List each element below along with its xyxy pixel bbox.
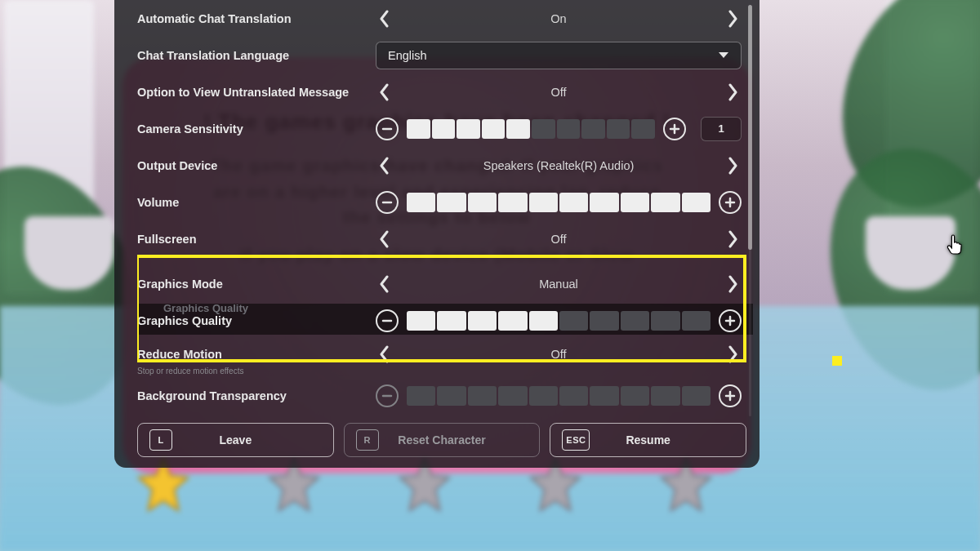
chevron-left-icon[interactable] [376,339,394,370]
reset-character-button[interactable]: R Reset Character [344,423,541,457]
slider-background-transparency[interactable] [405,386,712,406]
value-view-untranslated: Off [400,86,717,99]
slider-graphics-quality[interactable] [405,311,712,331]
minus-button[interactable] [376,309,399,332]
settings-panel: Automatic Chat Translation On Chat Trans… [114,0,760,468]
value-output-device: Speakers (Realtek(R) Audio) [400,159,717,172]
value-graphics-mode: Manual [400,278,717,291]
label-volume: Volume [137,196,376,209]
bg-graphics-quality-label: Graphics Quality [163,302,248,314]
key-l: L [149,429,172,451]
plus-button[interactable] [719,384,742,407]
label-fullscreen: Fullscreen [137,233,376,246]
row-reduce-motion: Reduce Motion Off [137,339,742,370]
row-background-transparency: Background Transparency [137,377,742,414]
key-r: R [356,429,379,451]
slider-camera-sensitivity[interactable] [405,119,657,139]
label-output-device: Output Device [137,159,376,172]
chevron-left-icon[interactable] [376,150,394,181]
slider-volume[interactable] [405,193,712,212]
row-view-untranslated: Option to View Untranslated Message Off [137,73,742,110]
chevron-right-icon[interactable] [724,77,742,108]
yellow-marker [832,356,842,366]
minus-button[interactable] [376,118,399,140]
label-chat-translation-language: Chat Translation Language [137,49,376,62]
plus-button[interactable] [663,118,686,140]
row-graphics-quality: Graphics Quality Graphics Quality [137,302,742,339]
label-view-untranslated: Option to View Untranslated Message [137,86,376,99]
label-background-transparency: Background Transparency [137,389,376,402]
chevron-left-icon[interactable] [376,3,394,34]
row-auto-chat-translation: Automatic Chat Translation On [137,0,742,37]
row-camera-sensitivity: Camera Sensitivity 1 [137,110,742,147]
resume-button[interactable]: ESC Resume [550,423,746,457]
minus-button[interactable] [376,384,399,407]
chevron-right-icon[interactable] [724,269,742,300]
plus-button[interactable] [719,191,742,214]
bottom-action-bar: L Leave R Reset Character ESC Resume [137,416,753,457]
row-chat-translation-language: Chat Translation Language English [137,37,742,73]
chevron-right-icon[interactable] [724,3,742,34]
row-volume: Volume [137,184,742,220]
cursor-hand-icon [946,233,965,260]
numeric-camera-sensitivity[interactable]: 1 [701,117,742,141]
plus-button[interactable] [719,309,742,332]
row-graphics-mode: Graphics Mode Manual [137,265,742,302]
chevron-right-icon[interactable] [724,339,742,370]
dropdown-value: English [388,49,427,62]
chevron-right-icon[interactable] [724,150,742,181]
value-reduce-motion: Off [400,348,717,361]
chevron-down-icon [718,51,729,60]
label-auto-chat-translation: Automatic Chat Translation [137,12,376,25]
minus-button[interactable] [376,191,399,214]
key-esc: ESC [562,429,590,451]
label-reduce-motion: Reduce Motion [137,348,376,361]
value-auto-chat-translation: On [400,12,717,25]
value-fullscreen: Off [400,233,717,246]
dropdown-chat-language[interactable]: English [376,42,742,69]
label-graphics-quality: Graphics Quality [137,314,232,327]
row-fullscreen: Fullscreen Off [137,220,742,257]
chevron-left-icon[interactable] [376,77,394,108]
chevron-right-icon[interactable] [724,224,742,255]
label-camera-sensitivity: Camera Sensitivity [137,122,376,136]
scrollbar-thumb[interactable] [748,5,752,250]
row-output-device: Output Device Speakers (Realtek(R) Audio… [137,147,742,184]
leave-button[interactable]: L Leave [137,423,334,457]
label-graphics-mode: Graphics Mode [137,278,376,291]
chevron-left-icon[interactable] [376,224,394,255]
chevron-left-icon[interactable] [376,269,394,300]
